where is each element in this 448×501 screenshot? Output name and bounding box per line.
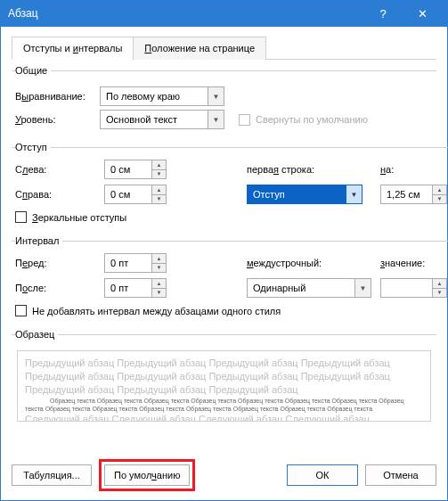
preview-sample: Образец текста Образец текста Образец те… (25, 397, 423, 414)
label-first-line: первая строка: (247, 164, 362, 175)
label-level: Уровень: (15, 114, 100, 125)
default-button[interactable]: По умолчанию (104, 464, 190, 486)
chevron-down-icon[interactable]: ▼ (208, 111, 224, 128)
label-left: Слева: (15, 164, 104, 175)
close-button[interactable]: ✕ (404, 7, 440, 21)
group-general: Общие Выравнивание: По левому краю ▼ Уро… (12, 65, 436, 136)
highlight-default: По умолчанию (99, 459, 195, 491)
spinner-icon[interactable]: ▲▼ (151, 254, 166, 272)
group-interval: Интервал Перед: 0 пт ▲▼ междустрочный: з… (12, 235, 448, 324)
legend-interval: Интервал (15, 235, 62, 246)
legend-indent: Отступ (15, 142, 51, 152)
tabs-button[interactable]: Табуляция... (12, 464, 92, 486)
preview-prev: Предыдущий абзац Предыдущий абзац Предыд… (25, 357, 423, 397)
spin-left[interactable]: 0 см ▲▼ (104, 160, 167, 179)
legend-sample: Образец (15, 329, 58, 340)
window-title: Абзац (8, 7, 365, 20)
label-mirror: Зеркальные отступы (32, 212, 126, 223)
label-linespacing: междустрочный: (247, 258, 371, 268)
group-indent: Отступ Слева: 0 см ▲▼ первая строка: на:… (12, 142, 448, 230)
combo-alignment[interactable]: По левому краю ▼ (100, 86, 224, 106)
label-right: Справа: (15, 189, 104, 200)
label-at: значение: (380, 258, 448, 268)
tab-position[interactable]: Положение на странице (133, 37, 266, 60)
spin-right[interactable]: 0 см ▲▼ (104, 185, 167, 204)
spin-after[interactable]: 0 пт ▲▼ (104, 278, 167, 298)
combo-level[interactable]: Основной текст ▼ (100, 110, 224, 129)
spinner-icon[interactable]: ▲▼ (151, 279, 166, 297)
combo-first-line[interactable]: Отступ ▼ (247, 185, 362, 204)
spinner-icon[interactable]: ▲▼ (432, 185, 446, 203)
chevron-down-icon[interactable]: ▼ (354, 279, 371, 297)
spin-before[interactable]: 0 пт ▲▼ (104, 253, 167, 273)
label-after: После: (15, 283, 104, 293)
checkbox-nospace[interactable] (15, 305, 27, 316)
combo-level-value: Основной текст (101, 114, 208, 125)
combo-linespacing[interactable]: Одинарный ▼ (247, 278, 371, 298)
label-before: Перед: (15, 258, 104, 268)
checkbox-mirror[interactable] (15, 211, 27, 223)
spin-at[interactable]: ▲▼ (380, 278, 447, 298)
preview-next: Следующий абзац Следующий абзац Следующи… (25, 413, 423, 422)
spinner-icon[interactable]: ▲▼ (151, 160, 166, 178)
group-sample: Образец Предыдущий абзац Предыдущий абза… (12, 329, 436, 425)
tab-indents[interactable]: Отступы и интервалы (12, 37, 134, 60)
spin-by[interactable]: 1,25 см ▲▼ (380, 185, 447, 204)
title-bar: Абзац ? ✕ (1, 0, 447, 27)
label-nospace: Не добавлять интервал между абзацами одн… (32, 306, 281, 316)
label-by: на: (380, 164, 448, 175)
tab-strip: Отступы и интервалы Положение на страниц… (12, 36, 436, 60)
spinner-icon[interactable]: ▲▼ (432, 279, 446, 297)
label-alignment: Выравнивание: (15, 91, 100, 102)
help-button[interactable]: ? (365, 7, 401, 21)
cancel-button[interactable]: Отмена (365, 464, 436, 486)
chevron-down-icon[interactable]: ▼ (346, 185, 362, 203)
legend-general: Общие (15, 65, 51, 76)
preview-box: Предыдущий абзац Предыдущий абзац Предыд… (17, 350, 431, 422)
spinner-icon[interactable]: ▲▼ (151, 185, 166, 203)
combo-alignment-value: По левому краю (101, 91, 208, 102)
chevron-down-icon[interactable]: ▼ (208, 87, 224, 105)
label-collapse: Свернуты по умолчанию (256, 114, 368, 125)
checkbox-collapse (239, 114, 250, 126)
ok-button[interactable]: ОК (287, 464, 358, 486)
